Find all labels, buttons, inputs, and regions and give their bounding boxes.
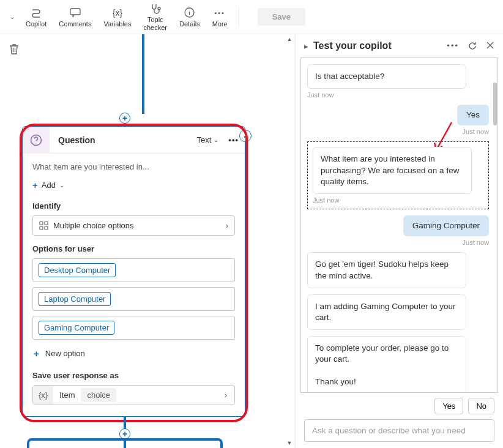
chat-container: Is that acceptable? Just now Yes Just no… <box>300 58 498 393</box>
comment-icon <box>69 7 81 19</box>
close-icon[interactable] <box>486 41 494 51</box>
new-option-button[interactable]: +New option <box>32 345 235 362</box>
option-chip: Laptop Computer <box>39 292 111 306</box>
option-input-2[interactable]: Gaming Computer <box>32 316 235 340</box>
chevron-right-icon: › <box>217 390 234 400</box>
variables-icon: {x} <box>111 7 124 19</box>
tracked-message-group: What item are you interested in purchasi… <box>307 141 489 209</box>
svg-rect-6 <box>40 226 43 230</box>
test-panel-title: Test your copilot <box>313 40 442 51</box>
add-button[interactable]: +Add ⌄ <box>32 177 235 193</box>
comments-button[interactable]: Comments <box>54 4 96 30</box>
chevron-right-icon: › <box>226 221 228 230</box>
option-input-1[interactable]: Laptop Computer <box>32 287 235 311</box>
chevron-down-icon: ⌄ <box>214 136 218 143</box>
bot-message: Go get 'em tiger! Sudoku helps keep the … <box>307 252 466 288</box>
bot-message: What item are you interested in purchasi… <box>313 147 472 194</box>
details-label: Details <box>179 20 200 28</box>
branch-connector <box>27 438 223 448</box>
more-icon: ••• <box>214 7 226 19</box>
variable-icon: {x} <box>33 386 53 405</box>
chat-input[interactable]: Ask a question or describe what you need <box>304 419 494 442</box>
chevron-down-icon[interactable]: ⌄ <box>6 13 18 20</box>
more-icon[interactable]: ••• <box>447 41 459 51</box>
top-toolbar: ⌄ Copilot Comments {x} Variables Topic c… <box>0 0 503 34</box>
no-button[interactable]: No <box>468 398 494 414</box>
plus-icon: + <box>32 180 38 190</box>
canvas-scrollbar[interactable]: ▲▼ <box>285 34 294 448</box>
trash-icon[interactable] <box>9 43 20 55</box>
option-input-0[interactable]: Desktop Computer <box>32 258 235 282</box>
save-button[interactable]: Save <box>258 8 305 26</box>
yes-button[interactable]: Yes <box>434 398 463 414</box>
variable-name: Item <box>53 390 81 400</box>
plus-icon: + <box>34 348 39 359</box>
save-response-label: Save user response as <box>32 371 235 380</box>
scrollbar-thumb[interactable] <box>493 83 497 125</box>
stethoscope-icon <box>149 2 162 15</box>
identify-selector[interactable]: Multiple choice options › <box>32 215 235 236</box>
variables-button[interactable]: {x} Variables <box>99 4 136 30</box>
options-label: Options for user <box>32 244 235 253</box>
svg-rect-4 <box>40 222 43 225</box>
identify-value: Multiple choice options <box>53 221 134 230</box>
question-header: Question Text ⌄ ••• <box>23 127 245 154</box>
svg-point-1 <box>158 7 160 10</box>
more-button[interactable]: ••• More <box>207 4 233 30</box>
timestamp: Just now <box>307 239 489 246</box>
copilot-label: Copilot <box>26 20 47 28</box>
copilot-icon <box>30 7 42 19</box>
add-node-top[interactable]: + <box>119 113 130 124</box>
user-message: Gaming Computer <box>403 215 489 236</box>
chevron-down-icon: ⌄ <box>59 182 64 189</box>
refresh-icon[interactable] <box>468 41 477 51</box>
copilot-button[interactable]: Copilot <box>21 4 51 30</box>
svg-rect-7 <box>45 226 48 230</box>
chevron-right-icon[interactable]: ▸ <box>304 42 308 51</box>
variable-selector[interactable]: {x} Item choice › <box>32 385 235 405</box>
user-message: Yes <box>457 105 489 125</box>
bot-message: I am adding Gaming Computer to your cart… <box>307 294 466 330</box>
identify-label: Identify <box>32 201 235 211</box>
quick-reply-row: Yes No <box>296 393 503 419</box>
timestamp: Just now <box>307 128 489 135</box>
check-icon: ✓ <box>239 130 252 142</box>
svg-rect-0 <box>70 9 80 15</box>
timestamp: Just now <box>307 91 489 99</box>
topic-checker-label: Topic checker <box>143 16 167 31</box>
connector-line <box>142 34 144 114</box>
grid-icon <box>39 221 48 230</box>
question-node[interactable]: ✓ Question Text ⌄ ••• What item are you … <box>22 126 245 417</box>
question-mark-icon <box>23 127 50 154</box>
more-label: More <box>212 20 228 28</box>
svg-rect-5 <box>45 222 48 225</box>
option-chip: Gaming Computer <box>39 321 114 335</box>
variable-type: choice <box>81 388 116 402</box>
variables-label: Variables <box>103 20 131 28</box>
bot-message: Is that acceptable? <box>307 64 466 89</box>
question-prompt[interactable]: What item are you interested in... <box>32 162 235 171</box>
test-panel: ▸ Test your copilot ••• Is that acceptab… <box>295 34 503 448</box>
canvas-area: ▲▼ + ✓ Question Text ⌄ ••• What item are… <box>0 34 295 448</box>
bot-message: To complete your order, please go to you… <box>307 336 466 392</box>
comments-label: Comments <box>59 20 91 28</box>
topic-checker-button[interactable]: Topic checker <box>138 0 172 33</box>
text-dropdown[interactable]: Text ⌄ <box>193 133 223 147</box>
info-icon <box>184 7 196 19</box>
details-button[interactable]: Details <box>174 4 205 30</box>
timestamp: Just now <box>313 196 483 204</box>
question-title: Question <box>50 135 193 145</box>
option-chip: Desktop Computer <box>39 263 116 277</box>
